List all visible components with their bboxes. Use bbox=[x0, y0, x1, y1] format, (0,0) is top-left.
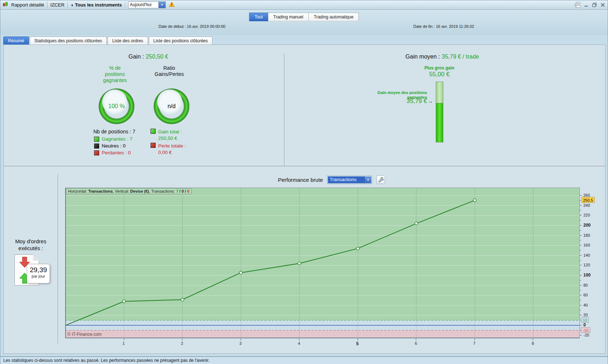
window-title: Rapport détaillé bbox=[11, 2, 44, 8]
warning-icon[interactable] bbox=[169, 1, 175, 9]
separator bbox=[67, 2, 68, 8]
tab-trading-automatique[interactable]: Trading automatique bbox=[309, 13, 359, 21]
x-axis-tick bbox=[182, 339, 182, 341]
chevron-down-icon[interactable]: ▼ bbox=[159, 2, 165, 8]
winning-percentage-value: 100 % bbox=[108, 103, 124, 110]
data-point[interactable] bbox=[356, 247, 359, 250]
y-axis-tick bbox=[580, 240, 581, 240]
totals: Gain total :250,50 € Perte totale :0,00 … bbox=[151, 129, 186, 157]
y-axis-tick bbox=[580, 260, 581, 261]
x-axis-label: 7 bbox=[469, 341, 480, 346]
red-square-icon bbox=[94, 150, 99, 155]
y-axis-tick bbox=[580, 220, 581, 220]
x-axis-tick bbox=[124, 339, 124, 341]
vertical-divider bbox=[58, 174, 58, 344]
gain-bar bbox=[436, 82, 443, 142]
report-window: Rapport détaillé IZCER ▼Tous les instrum… bbox=[0, 0, 608, 364]
green-square-icon bbox=[151, 129, 156, 134]
nb-positions: Nb de positions : 7 bbox=[93, 129, 135, 134]
gain-loss-ratio-value: n/d bbox=[168, 103, 176, 110]
x-axis-tick bbox=[299, 339, 299, 341]
y-axis-tick bbox=[580, 300, 581, 300]
y-axis-tick bbox=[580, 255, 582, 256]
x-axis-tick bbox=[241, 339, 241, 341]
legend-neutral: Neutres : 0 bbox=[94, 143, 132, 149]
y-axis-label: 120 bbox=[583, 262, 590, 268]
chart-settings-button[interactable] bbox=[376, 175, 385, 184]
gain-bar-upper-segment bbox=[436, 82, 443, 103]
instruments-dropdown[interactable]: ▼Tous les instruments bbox=[71, 2, 122, 8]
pct-winning-label: % de positions gagnantes bbox=[92, 65, 138, 83]
x-axis-label: 8 bbox=[527, 341, 538, 346]
summary-panel: Gain :250,50 € % de positions gagnantes … bbox=[3, 44, 605, 354]
avg-gain-line: Gain moyen :35,79 € / trade bbox=[370, 53, 515, 60]
tab-stats-positions[interactable]: Statistiques des positions clôturées bbox=[30, 37, 107, 45]
y-axis-label: 180 bbox=[583, 232, 590, 238]
x-axis-label: 3 bbox=[235, 341, 246, 346]
y-axis-tick bbox=[580, 195, 582, 196]
data-point[interactable] bbox=[123, 300, 126, 303]
performance-mode-select[interactable]: Transactions ▼ bbox=[327, 176, 372, 184]
y-axis-label: 160 bbox=[583, 242, 590, 248]
biggest-gain-value: 55,00 € bbox=[385, 71, 494, 78]
chevron-down-icon: ▼ bbox=[71, 4, 74, 7]
y-axis-label: 80 bbox=[583, 282, 588, 288]
report-tabs: Résumé Statistiques des positions clôtur… bbox=[3, 37, 212, 45]
dark-square-icon bbox=[94, 144, 99, 149]
tab-liste-ordres[interactable]: Liste des ordres bbox=[107, 37, 148, 45]
data-point[interactable] bbox=[298, 262, 301, 265]
tab-liste-positions[interactable]: Liste des positions clôturées bbox=[149, 37, 213, 45]
x-axis-tick bbox=[533, 339, 533, 341]
y-axis-tick bbox=[580, 285, 582, 286]
y-axis-tick bbox=[580, 245, 582, 245]
y-axis-label: 60 bbox=[583, 292, 588, 298]
orders-per-day-unit: par jour bbox=[27, 274, 50, 278]
page-fold-icon bbox=[33, 254, 39, 261]
performance-chart[interactable]: Horizontal: Transactions, Vertical: Devi… bbox=[65, 188, 580, 338]
print-button[interactable] bbox=[575, 2, 580, 8]
y-axis-label: 200 bbox=[583, 222, 591, 228]
chevron-down-icon[interactable]: ▼ bbox=[364, 176, 371, 183]
status-bar: Les statistiques ci-dessus sont relative… bbox=[0, 356, 608, 364]
x-axis-label: 2 bbox=[177, 341, 187, 346]
orders-per-day-box: 29,39 par jour bbox=[27, 264, 50, 283]
account-button[interactable]: IZCER bbox=[50, 2, 64, 8]
period-select[interactable]: Aujourd'hui ▼ bbox=[128, 1, 166, 8]
gain-loss-ratio-donut: n/d bbox=[153, 88, 190, 124]
tab-trading-manuel[interactable]: Trading manuel bbox=[268, 13, 309, 21]
separator bbox=[125, 2, 125, 8]
red-square-icon bbox=[151, 143, 156, 148]
tab-tout[interactable]: Tout bbox=[249, 13, 268, 21]
mode-tabs: Tout Trading manuel Trading automatique bbox=[249, 13, 359, 22]
close-button[interactable] bbox=[600, 2, 605, 8]
y-axis-label: 140 bbox=[583, 252, 590, 258]
performance-title: Performance brute bbox=[278, 177, 323, 183]
y-axis-tick bbox=[580, 295, 582, 295]
data-point[interactable] bbox=[415, 222, 418, 225]
losses-count: 0 bbox=[187, 189, 189, 193]
green-square-icon bbox=[94, 137, 99, 142]
y-axis-tick bbox=[580, 230, 581, 231]
gain-total-line: Gain :250,50 € bbox=[90, 53, 206, 60]
data-point[interactable] bbox=[181, 298, 184, 301]
y-axis-label: 250,5 bbox=[582, 197, 595, 203]
y-axis-tick bbox=[580, 325, 582, 325]
status-text: Les statistiques ci-dessus sont relative… bbox=[3, 358, 210, 363]
data-point[interactable] bbox=[240, 271, 242, 274]
x-axis-label: 1 bbox=[118, 341, 129, 346]
orders-per-day-value: 29,39 bbox=[27, 266, 50, 274]
chart-header: Horizontal: Transactions, Vertical: Devi… bbox=[66, 188, 191, 194]
y-axis-label: 100 bbox=[583, 272, 591, 278]
total-loss: Perte totale :0,00 € bbox=[151, 143, 186, 156]
gain-value: 250,50 € bbox=[146, 53, 168, 60]
minimize-button[interactable] bbox=[583, 2, 589, 8]
y-axis-tick bbox=[580, 335, 582, 335]
x-axis-label: 4 bbox=[294, 341, 304, 346]
tab-resume[interactable]: Résumé bbox=[3, 37, 29, 45]
header-band: Tout Trading manuel Trading automatique … bbox=[0, 10, 608, 35]
performance-chart-svg[interactable] bbox=[66, 188, 579, 338]
data-point[interactable] bbox=[473, 199, 476, 202]
restore-button[interactable] bbox=[591, 2, 597, 8]
total-gain: Gain total :250,50 € bbox=[151, 129, 186, 142]
y-axis: 260250,524022020018016014012010080604020… bbox=[580, 188, 606, 347]
